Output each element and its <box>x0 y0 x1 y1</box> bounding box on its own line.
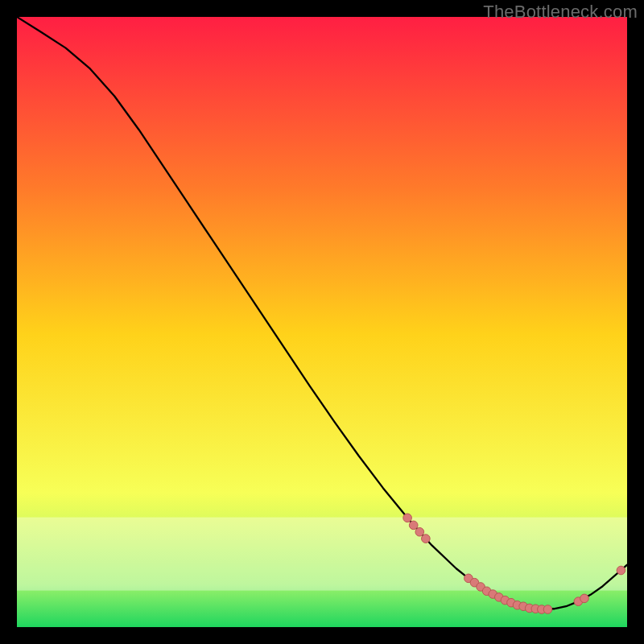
plot-area <box>17 17 627 627</box>
glow-band <box>17 518 627 591</box>
curve-marker <box>543 605 552 614</box>
curve-marker <box>403 514 412 522</box>
plot-svg <box>17 17 627 627</box>
curve-marker <box>409 521 418 530</box>
watermark-label: TheBottleneck.com <box>483 2 638 23</box>
curve-marker <box>580 594 589 603</box>
curve-marker <box>415 527 424 536</box>
chart-stage: TheBottleneck.com <box>0 0 644 644</box>
curve-marker <box>422 535 431 543</box>
curve-marker <box>617 566 625 575</box>
